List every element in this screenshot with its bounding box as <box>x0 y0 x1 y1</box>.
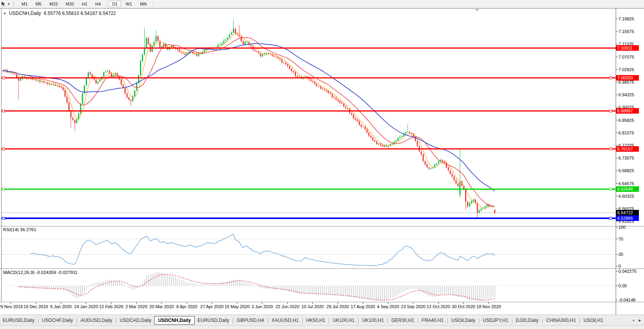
chart-tab-usoil-daily[interactable]: USOil,Daily <box>449 316 478 325</box>
price-axis-label: 7.19825 <box>618 17 634 21</box>
status-bar-divider <box>276 326 277 329</box>
price-axis-label: 7.15575 <box>618 29 634 34</box>
chart-tab-usdcad-daily[interactable]: USDCAD,Daily <box>117 316 154 325</box>
time-axis-label: 29 Nov 2019 <box>0 304 23 309</box>
tab-scroll-arrows: ◄ ► <box>631 318 642 322</box>
time-axis-label: 8 Apr 2020 <box>176 304 197 309</box>
time-axis-label: 4 Sep 2020 <box>377 304 399 309</box>
chart-tab-usdcnh-daily[interactable]: USDCNH,Daily <box>154 316 195 325</box>
chart-tab-uk100-h1[interactable]: UK100,H1 <box>330 316 357 325</box>
chart-tab-hk50-h1[interactable]: HK50,H1 <box>304 316 328 325</box>
timeframe-button-w1[interactable]: W1 <box>122 1 136 7</box>
tab-separator: | <box>267 318 269 323</box>
toolbar: ▼ M1M5M15M30H1H4D1W1MN <box>0 0 644 8</box>
tab-separator: | <box>512 318 513 323</box>
chart-tab-ger30-h1[interactable]: GER30,H1 <box>388 316 417 325</box>
price-axis-label: 6.68825 <box>618 168 634 173</box>
line-right-handle[interactable] <box>609 148 612 150</box>
horizontal-level-line[interactable] <box>2 110 616 112</box>
price-axis-label: 6.94325 <box>618 92 634 97</box>
time-axis-label: 6 Jan 2020 <box>50 304 72 309</box>
time-axis-label: 27 Apr 2020 <box>200 304 223 309</box>
status-bar-divider <box>468 326 468 329</box>
tab-scroll-left-icon[interactable]: ◄ <box>631 318 635 322</box>
collapse-icon[interactable]: ▼ <box>3 12 6 15</box>
line-left-handle[interactable] <box>2 110 5 112</box>
timeframe-button-m1[interactable]: M1 <box>18 1 31 7</box>
chart-tab-fra40-h1[interactable]: FRA40,H1 <box>419 316 447 325</box>
time-axis-label: 20 Mar 2020 <box>149 304 174 309</box>
tab-separator: | <box>579 318 580 323</box>
time-axis-label: 12 Feb 2020 <box>99 304 123 309</box>
price-axis-label: 6.60325 <box>618 194 634 199</box>
chart-tab-usdjpy-h1[interactable]: USDJPY,H1 <box>480 316 511 325</box>
line-right-handle[interactable] <box>609 77 612 79</box>
timeframe-button-mn[interactable]: MN <box>136 1 150 7</box>
line-left-handle[interactable] <box>2 188 5 190</box>
chart-tab-bar: EURUSD,Daily|USDCHF,Daily|AUDUSD,Daily|U… <box>0 314 644 325</box>
horizontal-level-line[interactable] <box>2 217 616 219</box>
time-axis-label: 24 Jan 2020 <box>74 304 98 309</box>
line-right-handle[interactable] <box>609 110 612 112</box>
tab-separator: | <box>542 318 543 323</box>
timeframe-button-h1[interactable]: H1 <box>78 1 91 7</box>
chart-tab-china300-h1[interactable]: CHINA300,H1 <box>543 316 579 325</box>
price-axis-label: 6.64575 <box>618 181 634 186</box>
timeframe-button-d1[interactable]: D1 <box>109 1 121 7</box>
time-axis-label: 12 Oct 2020 <box>427 304 450 309</box>
line-right-handle[interactable] <box>609 217 612 219</box>
chart-frame <box>0 8 644 314</box>
chart-tab-audusd-daily[interactable]: AUDUSD,Daily <box>78 316 115 325</box>
timeframe-button-m30[interactable]: M30 <box>62 1 77 7</box>
line-left-handle[interactable] <box>2 217 5 219</box>
timeframe-button-m15[interactable]: M15 <box>46 1 61 7</box>
toolbar-separator <box>152 1 153 7</box>
indicator-guide-lines <box>2 239 616 286</box>
status-bar-divider <box>208 326 209 329</box>
chart-tab-uk100-h1[interactable]: UK100,H1 <box>359 316 386 325</box>
current-price-tag: 6.54722 <box>616 210 639 215</box>
rsi-line <box>30 234 495 266</box>
line-left-handle[interactable] <box>2 77 5 79</box>
chart-tab-eurusd-daily[interactable]: EURUSD,Daily <box>0 316 37 325</box>
price-level-tag: 6.76157 <box>616 146 639 152</box>
line-left-handle[interactable] <box>2 148 5 150</box>
chart-tab-gbpusd-h4[interactable]: GBPUSD,H4 <box>234 316 267 325</box>
chart-tab-usdchf-daily[interactable]: USDCHF,Daily <box>39 316 76 325</box>
macd-axis-label: 0.042275 <box>618 269 637 274</box>
tab-separator: | <box>387 318 388 323</box>
price-level-tag: 7.00029 <box>616 75 639 81</box>
chart-tab-xauusd-h1[interactable]: XAUUSD,H1 <box>269 316 302 325</box>
time-axis-label: 22 Jun 2020 <box>276 304 300 309</box>
tab-scroll-right-icon[interactable]: ► <box>638 318 642 322</box>
chart-title: ▼ USDCNH,Daily 6.55776 6.55810 6.54187 6… <box>3 11 116 16</box>
price-axis-label: 7.07075 <box>618 55 634 59</box>
chart-canvas[interactable] <box>0 8 644 314</box>
macd-indicator-label: MACD(12,26,9) -0.024359 -0.027911 <box>3 270 77 275</box>
line-right-handle[interactable] <box>609 188 612 190</box>
time-axis-label: 30 Oct 2020 <box>452 304 475 309</box>
tool-dropdown-caret[interactable]: ▼ <box>7 2 10 6</box>
chart-tab-dj30-daily[interactable]: DJ30,Daily <box>513 316 541 325</box>
tab-separator: | <box>302 318 303 323</box>
time-axis-label: 3 Jun 2020 <box>252 304 273 309</box>
macd-axis-label: 0.00 <box>618 283 627 288</box>
time-axis-label: 17 Aug 2020 <box>351 304 375 309</box>
time-axis-label: 15 May 2020 <box>224 304 250 309</box>
price-axis-label: 7.02825 <box>618 67 634 72</box>
crosshair-tool-icon[interactable] <box>0 1 7 7</box>
timeframe-button-group: M1M5M15M30H1H4D1W1MN <box>18 1 154 7</box>
tab-separator: | <box>447 318 448 323</box>
horizontal-level-line[interactable] <box>2 188 616 190</box>
time-axis-label: 29 Jul 2020 <box>327 304 349 309</box>
chart-tab-usoil-h1[interactable]: USOil,H1 <box>581 316 606 325</box>
horizontal-level-line[interactable] <box>2 148 616 150</box>
timeframe-button-m5[interactable]: M5 <box>32 1 45 7</box>
tab-separator: | <box>478 318 480 323</box>
price-axis-label: 6.85825 <box>618 118 634 123</box>
timeframe-button-h4[interactable]: H4 <box>92 1 104 7</box>
tab-separator: | <box>328 318 329 323</box>
rsi-indicator-label: RSI(14) 36.2761 <box>3 227 36 232</box>
price-level-tag: 6.52866 <box>616 215 639 221</box>
chart-tab-eurusd-daily[interactable]: EURUSD,Daily <box>195 316 232 325</box>
